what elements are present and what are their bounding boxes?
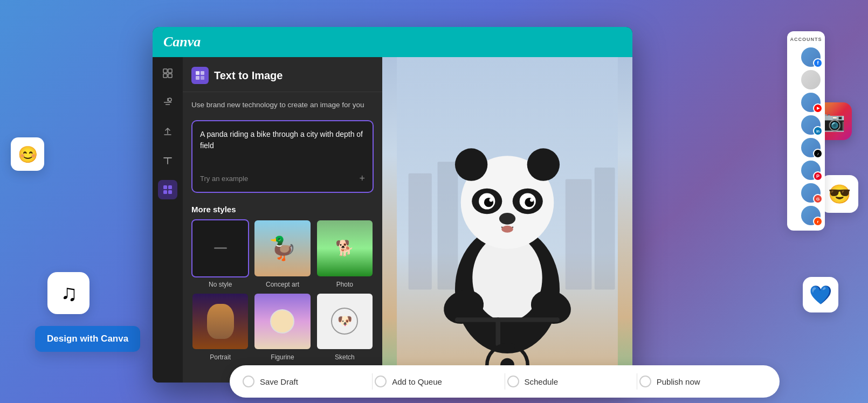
svg-rect-22: [455, 317, 560, 322]
more-styles-label: More styles: [183, 197, 382, 219]
style-concept-art[interactable]: 🦆 Concept art: [253, 219, 311, 288]
styles-grid-row2: Portrait Figurine 🐶: [183, 288, 382, 361]
sketch-face-icon: 🐶: [331, 308, 358, 335]
figurine-thumb: [253, 293, 311, 350]
smile-bubble: 😊: [11, 137, 44, 171]
try-example-label: Try an example: [200, 175, 248, 183]
svg-point-36: [530, 198, 533, 202]
svg-rect-1: [168, 69, 172, 73]
style-sketch[interactable]: 🐶 Sketch: [316, 293, 374, 361]
account-google[interactable]: G: [791, 183, 821, 203]
prompt-text: A panda riding a bike through a city wit…: [200, 129, 365, 151]
accounts-panel-label: ACCOUNTS: [790, 37, 822, 42]
svg-rect-2: [163, 74, 167, 78]
canva-window: Canva: [153, 27, 632, 383]
heart-icon: 💙: [809, 284, 832, 305]
add-to-queue-radio[interactable]: [375, 376, 387, 387]
svg-rect-5: [163, 185, 167, 189]
sidebar-icon-grid[interactable]: [158, 64, 177, 83]
smile-emoji: 😊: [18, 145, 38, 164]
svg-point-27: [455, 148, 487, 180]
account-pinterest[interactable]: P: [791, 161, 821, 180]
prompt-area[interactable]: A panda riding a bike through a city wit…: [191, 120, 374, 193]
publish-now-radio[interactable]: [639, 376, 651, 387]
publish-divider-3: [637, 373, 637, 390]
photo-label: Photo: [336, 281, 353, 288]
svg-rect-3: [168, 74, 172, 78]
canva-header: Canva: [153, 27, 632, 57]
add-to-queue-label: Add to Queue: [392, 377, 442, 386]
svg-rect-0: [163, 69, 167, 73]
account-facebook[interactable]: f: [791, 47, 821, 67]
sidebar-icon-upload[interactable]: [158, 122, 177, 141]
svg-rect-12: [201, 76, 204, 80]
schedule-label: Schedule: [525, 377, 559, 386]
svg-rect-8: [168, 190, 172, 194]
tiktok-badge: ♪: [813, 149, 823, 158]
svg-point-38: [501, 226, 513, 233]
youtube-badge: ▶: [813, 103, 823, 113]
design-with-canva-button[interactable]: Design with Canva: [35, 326, 140, 352]
save-draft-label: Save Draft: [260, 377, 298, 386]
schedule-radio[interactable]: [507, 376, 519, 387]
heart-bubble: 💙: [803, 277, 838, 312]
sidebar-icons: [153, 57, 183, 383]
portrait-thumb: [191, 293, 249, 350]
save-draft-option[interactable]: Save Draft: [243, 376, 370, 387]
tools-panel: Text to Image Use brand new technology t…: [183, 57, 382, 383]
style-no-style[interactable]: No style: [191, 219, 249, 288]
svg-rect-9: [196, 71, 199, 75]
schedule-option[interactable]: Schedule: [507, 376, 635, 387]
linkedin-badge: in: [813, 126, 823, 136]
sidebar-icon-elements[interactable]: [158, 93, 177, 112]
style-portrait[interactable]: Portrait: [191, 293, 249, 361]
try-example-row: Try an example +: [200, 173, 365, 184]
publish-divider-1: [372, 373, 373, 390]
try-example-plus-icon[interactable]: +: [359, 173, 365, 184]
tti-header: Text to Image: [183, 57, 382, 92]
panda-image-area: [382, 57, 632, 383]
tiktok-bubble: ♫: [47, 272, 89, 314]
account-tiktok[interactable]: ♪: [791, 138, 821, 157]
tti-title: Text to Image: [214, 70, 283, 82]
accounts-panel: ACCOUNTS f ▶ in ♪ P G: [787, 31, 825, 231]
account-linkedin[interactable]: in: [791, 115, 821, 135]
panda-svg: [382, 57, 632, 383]
account-youtube[interactable]: ▶: [791, 93, 821, 112]
pinterest-badge: P: [813, 171, 823, 181]
svg-rect-16: [566, 179, 592, 290]
publish-now-option[interactable]: Publish now: [639, 376, 767, 387]
svg-point-35: [490, 198, 493, 202]
sunglasses-emoji: 😎: [828, 183, 851, 205]
svg-point-28: [527, 148, 560, 180]
sidebar-icon-text[interactable]: [158, 151, 177, 170]
add-to-queue-option[interactable]: Add to Queue: [375, 376, 502, 387]
reddit-badge: r: [813, 217, 823, 226]
tti-icon: [191, 67, 209, 84]
svg-rect-23: [495, 317, 500, 346]
svg-rect-15: [438, 162, 458, 289]
google-badge: G: [813, 194, 823, 204]
account-reddit[interactable]: r: [791, 206, 821, 225]
svg-rect-11: [196, 76, 199, 80]
tiktok-logo-icon: ♫: [60, 280, 77, 306]
sunglasses-bubble: 😎: [821, 175, 858, 213]
publish-now-label: Publish now: [657, 377, 700, 386]
styles-grid-row1: No style 🦆 Concept art 🐕: [183, 219, 382, 288]
concept-art-thumb: 🦆: [253, 219, 311, 277]
no-style-label: No style: [209, 281, 232, 288]
svg-point-4: [168, 98, 171, 101]
svg-rect-17: [595, 168, 615, 290]
style-figurine[interactable]: Figurine: [253, 293, 311, 361]
portrait-label: Portrait: [210, 353, 231, 361]
figurine-label: Figurine: [271, 353, 294, 361]
canva-logo: Canva: [163, 34, 201, 50]
svg-rect-10: [201, 71, 204, 75]
sketch-label: Sketch: [335, 353, 355, 361]
photo-thumb: 🐕: [316, 219, 374, 277]
style-photo[interactable]: 🐕 Photo: [316, 219, 374, 288]
account-inactive[interactable]: [791, 70, 821, 89]
sidebar-icon-apps[interactable]: [158, 180, 177, 199]
save-draft-radio[interactable]: [243, 376, 254, 387]
svg-point-37: [499, 213, 515, 225]
